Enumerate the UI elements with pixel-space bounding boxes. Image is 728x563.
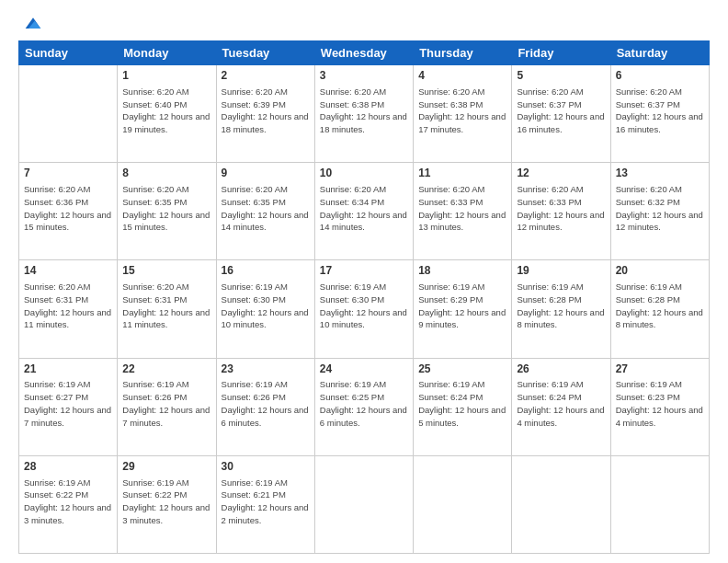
day-cell: 9Sunrise: 6:20 AM Sunset: 6:35 PM Daylig… <box>216 163 314 260</box>
day-cell: 7Sunrise: 6:20 AM Sunset: 6:36 PM Daylig… <box>19 163 118 260</box>
day-number: 10 <box>320 166 408 181</box>
weekday-header-sunday: Sunday <box>19 41 118 65</box>
weekday-header-saturday: Saturday <box>610 41 709 65</box>
day-number: 14 <box>24 263 112 279</box>
day-cell: 19Sunrise: 6:19 AM Sunset: 6:28 PM Dayli… <box>512 260 610 358</box>
day-number: 6 <box>616 68 704 84</box>
day-cell: 2Sunrise: 6:20 AM Sunset: 6:39 PM Daylig… <box>216 65 314 163</box>
day-info: Sunrise: 6:19 AM Sunset: 6:30 PM Dayligh… <box>320 281 408 331</box>
day-info: Sunrise: 6:20 AM Sunset: 6:31 PM Dayligh… <box>24 281 112 331</box>
day-info: Sunrise: 6:20 AM Sunset: 6:32 PM Dayligh… <box>616 183 704 234</box>
day-cell: 11Sunrise: 6:20 AM Sunset: 6:33 PM Dayli… <box>414 163 512 260</box>
day-info: Sunrise: 6:19 AM Sunset: 6:21 PM Dayligh… <box>222 477 310 527</box>
day-cell: 18Sunrise: 6:19 AM Sunset: 6:29 PM Dayli… <box>414 260 512 358</box>
day-info: Sunrise: 6:19 AM Sunset: 6:30 PM Dayligh… <box>222 281 310 331</box>
day-info: Sunrise: 6:19 AM Sunset: 6:24 PM Dayligh… <box>517 378 605 429</box>
day-number: 30 <box>222 459 310 475</box>
weekday-header-wednesday: Wednesday <box>314 41 413 65</box>
day-cell <box>610 455 709 553</box>
day-info: Sunrise: 6:19 AM Sunset: 6:24 PM Dayligh… <box>418 378 506 429</box>
day-cell: 24Sunrise: 6:19 AM Sunset: 6:25 PM Dayli… <box>314 358 413 455</box>
week-row-1: 7Sunrise: 6:20 AM Sunset: 6:36 PM Daylig… <box>19 163 710 260</box>
day-cell: 23Sunrise: 6:19 AM Sunset: 6:26 PM Dayli… <box>216 358 314 455</box>
day-cell: 26Sunrise: 6:19 AM Sunset: 6:24 PM Dayli… <box>512 358 610 455</box>
day-info: Sunrise: 6:20 AM Sunset: 6:40 PM Dayligh… <box>122 86 210 136</box>
logo-icon <box>24 15 42 33</box>
day-number: 18 <box>418 263 506 279</box>
day-cell: 1Sunrise: 6:20 AM Sunset: 6:40 PM Daylig… <box>118 65 216 163</box>
day-number: 29 <box>122 459 210 475</box>
day-info: Sunrise: 6:19 AM Sunset: 6:22 PM Dayligh… <box>122 477 210 527</box>
weekday-header-thursday: Thursday <box>414 41 512 65</box>
day-cell: 28Sunrise: 6:19 AM Sunset: 6:22 PM Dayli… <box>19 455 118 553</box>
day-cell: 21Sunrise: 6:19 AM Sunset: 6:27 PM Dayli… <box>19 358 118 455</box>
day-number: 16 <box>222 263 310 279</box>
day-number: 9 <box>222 166 310 181</box>
day-cell: 17Sunrise: 6:19 AM Sunset: 6:30 PM Dayli… <box>314 260 413 358</box>
day-number: 25 <box>418 362 506 377</box>
day-cell: 4Sunrise: 6:20 AM Sunset: 6:38 PM Daylig… <box>414 65 512 163</box>
day-cell: 8Sunrise: 6:20 AM Sunset: 6:35 PM Daylig… <box>118 163 216 260</box>
day-number: 11 <box>418 166 506 181</box>
day-number: 27 <box>616 362 704 377</box>
weekday-header-friday: Friday <box>512 41 610 65</box>
day-cell: 22Sunrise: 6:19 AM Sunset: 6:26 PM Dayli… <box>118 358 216 455</box>
day-cell: 14Sunrise: 6:20 AM Sunset: 6:31 PM Dayli… <box>19 260 118 358</box>
weekday-header-monday: Monday <box>118 41 216 65</box>
day-cell: 16Sunrise: 6:19 AM Sunset: 6:30 PM Dayli… <box>216 260 314 358</box>
calendar-table: SundayMondayTuesdayWednesdayThursdayFrid… <box>18 40 710 554</box>
week-row-3: 21Sunrise: 6:19 AM Sunset: 6:27 PM Dayli… <box>19 358 710 455</box>
day-info: Sunrise: 6:19 AM Sunset: 6:29 PM Dayligh… <box>418 281 506 331</box>
week-row-0: 1Sunrise: 6:20 AM Sunset: 6:40 PM Daylig… <box>19 65 710 163</box>
day-number: 21 <box>24 362 112 377</box>
day-cell: 10Sunrise: 6:20 AM Sunset: 6:34 PM Dayli… <box>314 163 413 260</box>
day-cell: 13Sunrise: 6:20 AM Sunset: 6:32 PM Dayli… <box>610 163 709 260</box>
logo <box>18 15 42 33</box>
day-number: 13 <box>616 166 704 181</box>
day-info: Sunrise: 6:20 AM Sunset: 6:37 PM Dayligh… <box>517 86 605 136</box>
day-number: 12 <box>517 166 605 181</box>
day-number: 1 <box>122 68 210 84</box>
day-number: 26 <box>517 362 605 377</box>
day-number: 28 <box>24 459 112 475</box>
day-cell: 5Sunrise: 6:20 AM Sunset: 6:37 PM Daylig… <box>512 65 610 163</box>
day-number: 8 <box>122 166 210 181</box>
day-number: 15 <box>122 263 210 279</box>
week-row-2: 14Sunrise: 6:20 AM Sunset: 6:31 PM Dayli… <box>19 260 710 358</box>
header <box>18 15 710 33</box>
day-info: Sunrise: 6:20 AM Sunset: 6:33 PM Dayligh… <box>517 183 605 234</box>
weekday-header-row: SundayMondayTuesdayWednesdayThursdayFrid… <box>19 41 710 65</box>
day-cell: 25Sunrise: 6:19 AM Sunset: 6:24 PM Dayli… <box>414 358 512 455</box>
day-info: Sunrise: 6:20 AM Sunset: 6:37 PM Dayligh… <box>616 86 704 136</box>
day-info: Sunrise: 6:19 AM Sunset: 6:27 PM Dayligh… <box>24 378 112 429</box>
day-info: Sunrise: 6:19 AM Sunset: 6:26 PM Dayligh… <box>222 378 310 429</box>
day-info: Sunrise: 6:20 AM Sunset: 6:38 PM Dayligh… <box>418 86 506 136</box>
day-number: 24 <box>320 362 408 377</box>
day-cell: 12Sunrise: 6:20 AM Sunset: 6:33 PM Dayli… <box>512 163 610 260</box>
day-info: Sunrise: 6:20 AM Sunset: 6:36 PM Dayligh… <box>24 183 112 234</box>
day-number: 2 <box>222 68 310 84</box>
weekday-header-tuesday: Tuesday <box>216 41 314 65</box>
day-info: Sunrise: 6:19 AM Sunset: 6:26 PM Dayligh… <box>122 378 210 429</box>
day-cell <box>414 455 512 553</box>
day-cell <box>512 455 610 553</box>
day-number: 23 <box>222 362 310 377</box>
page: SundayMondayTuesdayWednesdayThursdayFrid… <box>0 0 728 563</box>
day-info: Sunrise: 6:19 AM Sunset: 6:28 PM Dayligh… <box>616 281 704 331</box>
day-number: 20 <box>616 263 704 279</box>
day-cell: 20Sunrise: 6:19 AM Sunset: 6:28 PM Dayli… <box>610 260 709 358</box>
day-info: Sunrise: 6:20 AM Sunset: 6:35 PM Dayligh… <box>122 183 210 234</box>
day-info: Sunrise: 6:20 AM Sunset: 6:34 PM Dayligh… <box>320 183 408 234</box>
day-number: 5 <box>517 68 605 84</box>
day-cell: 6Sunrise: 6:20 AM Sunset: 6:37 PM Daylig… <box>610 65 709 163</box>
day-number: 3 <box>320 68 408 84</box>
day-info: Sunrise: 6:19 AM Sunset: 6:28 PM Dayligh… <box>517 281 605 331</box>
day-info: Sunrise: 6:20 AM Sunset: 6:31 PM Dayligh… <box>122 281 210 331</box>
day-number: 7 <box>24 166 112 181</box>
week-row-4: 28Sunrise: 6:19 AM Sunset: 6:22 PM Dayli… <box>19 455 710 553</box>
day-cell <box>19 65 118 163</box>
day-info: Sunrise: 6:20 AM Sunset: 6:39 PM Dayligh… <box>222 86 310 136</box>
day-cell: 30Sunrise: 6:19 AM Sunset: 6:21 PM Dayli… <box>216 455 314 553</box>
day-info: Sunrise: 6:20 AM Sunset: 6:38 PM Dayligh… <box>320 86 408 136</box>
day-info: Sunrise: 6:20 AM Sunset: 6:33 PM Dayligh… <box>418 183 506 234</box>
